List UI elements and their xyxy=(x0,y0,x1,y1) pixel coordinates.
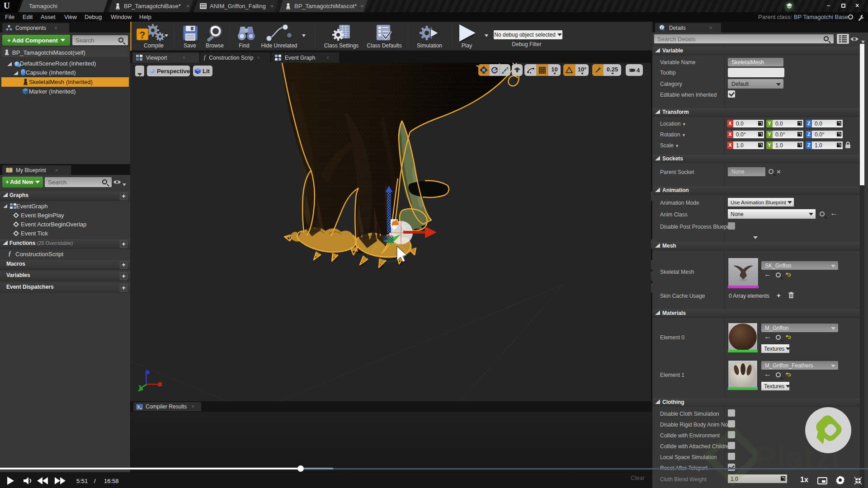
svg-text:5:51: 5:51 xyxy=(76,478,88,484)
svg-text:/: / xyxy=(94,478,96,484)
svg-text:?: ? xyxy=(139,29,145,41)
svg-text:16:58: 16:58 xyxy=(104,478,119,484)
